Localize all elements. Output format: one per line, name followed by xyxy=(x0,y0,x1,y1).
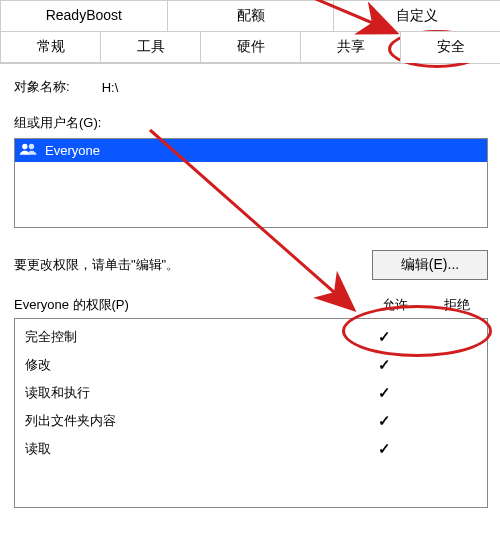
tab-customize[interactable]: 自定义 xyxy=(333,0,500,31)
object-name-label: 对象名称: xyxy=(14,78,70,96)
group-item-label: Everyone xyxy=(45,143,100,158)
perm-row-read: 读取 xyxy=(15,435,487,463)
object-name-row: 对象名称: H:\ xyxy=(14,78,488,96)
perm-allow-check-icon xyxy=(353,356,415,374)
permissions-header: Everyone 的权限(P) 允许 拒绝 xyxy=(14,296,488,314)
perm-name: 完全控制 xyxy=(25,328,353,346)
tab-strip: ReadyBoost 配额 自定义 常规 工具 硬件 共享 安全 xyxy=(0,0,500,64)
security-panel: 对象名称: H:\ 组或用户名(G): Everyone 要更改权限，请单击"编… xyxy=(0,64,500,508)
group-item-everyone[interactable]: Everyone xyxy=(15,139,487,162)
tab-hardware[interactable]: 硬件 xyxy=(200,31,301,63)
tab-tools[interactable]: 工具 xyxy=(100,31,201,63)
users-icon xyxy=(19,141,39,160)
perm-name: 列出文件夹内容 xyxy=(25,412,353,430)
tab-security[interactable]: 安全 xyxy=(400,31,500,63)
perm-name: 读取和执行 xyxy=(25,384,353,402)
perm-row-modify: 修改 xyxy=(15,351,487,379)
perm-row-fullcontrol: 完全控制 xyxy=(15,323,487,351)
svg-point-1 xyxy=(29,144,34,149)
permissions-col-deny: 拒绝 xyxy=(426,296,488,314)
svg-point-0 xyxy=(22,144,27,149)
tab-quota[interactable]: 配额 xyxy=(167,0,335,31)
tab-row-top: ReadyBoost 配额 自定义 xyxy=(0,0,500,31)
edit-row: 要更改权限，请单击"编辑"。 编辑(E)... xyxy=(14,250,488,280)
permissions-title: Everyone 的权限(P) xyxy=(14,296,364,314)
perm-row-listfolder: 列出文件夹内容 xyxy=(15,407,487,435)
tab-general[interactable]: 常规 xyxy=(0,31,101,63)
tab-sharing[interactable]: 共享 xyxy=(300,31,401,63)
perm-allow-check-icon xyxy=(353,384,415,402)
object-name-value: H:\ xyxy=(102,80,119,95)
permissions-col-allow: 允许 xyxy=(364,296,426,314)
groups-label: 组或用户名(G): xyxy=(14,114,488,132)
tab-row-bottom: 常规 工具 硬件 共享 安全 xyxy=(0,31,500,63)
groups-listbox[interactable]: Everyone xyxy=(14,138,488,228)
tab-readyboost[interactable]: ReadyBoost xyxy=(0,0,168,31)
perm-allow-check-icon xyxy=(353,440,415,458)
perm-name: 读取 xyxy=(25,440,353,458)
edit-hint: 要更改权限，请单击"编辑"。 xyxy=(14,256,179,274)
perm-row-readexec: 读取和执行 xyxy=(15,379,487,407)
perm-allow-check-icon xyxy=(353,412,415,430)
permissions-list[interactable]: 完全控制 修改 读取和执行 列出文件夹内容 读取 xyxy=(14,318,488,508)
edit-button[interactable]: 编辑(E)... xyxy=(372,250,488,280)
perm-name: 修改 xyxy=(25,356,353,374)
perm-allow-check-icon xyxy=(353,328,415,346)
